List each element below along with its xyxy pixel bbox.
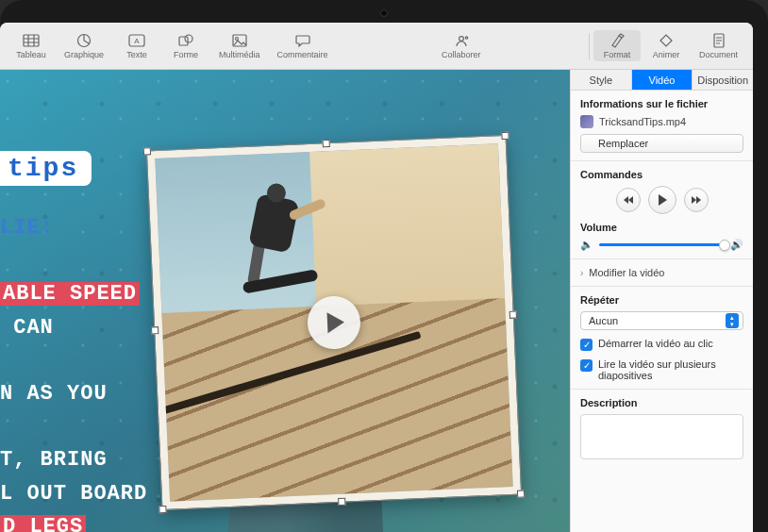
resize-handle[interactable] [323,140,330,147]
toolbar: Tableau Graphique A Texte Forme [0,23,753,70]
movie-file-icon [580,115,593,128]
toolbar-label: Forme [174,50,198,59]
table-icon [21,32,42,49]
toolbar-commentaire[interactable]: Commentaire [270,30,336,61]
description-title: Description [580,397,743,408]
tab-video[interactable]: Vidéo [632,70,693,90]
toolbar-tableau[interactable]: Tableau [8,30,55,61]
svg-point-11 [235,38,238,41]
volume-low-icon: 🔈 [580,239,593,251]
play-button[interactable] [648,186,676,214]
repeat-select[interactable]: Aucun ▴▾ [580,311,743,330]
format-icon [607,32,627,49]
toolbar-divider [589,33,590,59]
playback-controls [580,186,743,214]
laptop-camera [380,9,388,17]
toolbar-label: Document [699,50,738,59]
inspector-tabs: Style Vidéo Disposition [571,70,753,91]
slide-text-line: ABLE SPEED [0,277,147,310]
start-on-click-checkbox[interactable]: ✓ Démarrer la vidéo au clic [580,338,743,351]
resize-handle[interactable] [501,132,509,140]
media-icon [229,32,250,49]
toolbar-label: Texte [126,50,147,59]
volume-slider[interactable] [599,243,725,246]
volume-title: Volume [580,222,743,233]
description-section: Description [571,390,753,467]
tips-heading-pill: tips [0,151,92,186]
checkbox-checked-icon: ✓ [580,339,593,351]
slide-text-line [0,344,147,377]
toolbar-label: Animer [653,50,680,59]
resize-handle[interactable] [159,506,166,513]
toolbar-document[interactable]: Document [692,30,745,61]
start-on-click-label: Démarrer la vidéo au clic [598,338,713,349]
svg-point-12 [459,37,463,42]
slide-text-line: LIE: [0,211,147,244]
slide-text-line: L OUT BOARD [0,477,147,510]
file-info-title: Informations sur le fichier [580,98,743,109]
keynote-window: Tableau Graphique A Texte Forme [0,23,753,532]
description-textarea[interactable] [580,414,743,459]
svg-point-9 [185,35,192,42]
commands-section: Commandes Volume 🔈 [571,161,753,259]
toolbar-label: Collaborer [442,50,481,59]
checkbox-checked-icon: ✓ [580,359,593,372]
resize-handle[interactable] [338,498,345,506]
slide-text-line [0,244,147,277]
document-icon [709,32,729,49]
volume-row: 🔈 🔊 [580,239,743,251]
file-row: TricksandTips.mp4 [580,115,743,128]
slide-canvas[interactable]: tips LIE: ABLE SPEED CAN N AS YOU T, BRI… [0,70,570,532]
toolbar-collaborer[interactable]: Collaborer [434,30,489,61]
file-info-section: Informations sur le fichier TricksandTip… [571,91,753,161]
svg-point-13 [465,37,467,39]
animate-icon [656,32,676,49]
resize-handle[interactable] [143,147,151,155]
tab-disposition[interactable]: Disposition [693,70,753,90]
chart-icon [74,32,94,49]
edit-video-section: › Modifier la vidéo [571,259,753,287]
edit-video-label: Modifier la vidéo [589,267,664,278]
collaborate-icon [451,32,472,49]
play-across-slides-checkbox[interactable]: ✓ Lire la vidéo sur plusieurs diapositiv… [580,358,743,381]
svg-text:A: A [134,37,140,45]
toolbar-texte[interactable]: A Texte [113,30,160,61]
video-thumbnail [155,143,513,502]
slider-thumb[interactable] [719,240,730,251]
slide-text-line [0,410,147,443]
commands-title: Commandes [580,169,743,180]
toolbar-format[interactable]: Format [593,30,641,61]
slide-text-line: T, BRING [0,443,147,476]
resize-handle[interactable] [517,490,525,497]
resize-handle[interactable] [509,311,517,319]
toolbar-label: Tableau [16,50,46,59]
select-stepper-icon: ▴▾ [726,313,739,328]
replace-button[interactable]: Remplacer [580,134,743,153]
toolbar-animer[interactable]: Animer [643,30,690,61]
rewind-button[interactable] [616,188,641,212]
forward-button[interactable] [684,188,709,212]
toolbar-label: Multimédia [219,50,260,59]
toolbar-label: Commentaire [277,50,328,59]
edit-video-disclosure[interactable]: › Modifier la vidéo [580,261,743,284]
slide-text-line: N AS YOU [0,377,147,410]
slide-body-text: LIE: ABLE SPEED CAN N AS YOU T, BRINGL O… [0,211,147,532]
repeat-value: Aucun [589,315,618,326]
video-frame[interactable] [147,136,521,509]
resize-handle[interactable] [151,326,159,334]
comment-icon [292,32,313,49]
slide-text-line: D LEGS [0,510,147,532]
tab-style[interactable]: Style [571,70,632,90]
shape-icon [175,32,196,49]
filename: TricksandTips.mp4 [599,116,686,127]
toolbar-graphique[interactable]: Graphique [57,30,111,61]
play-across-slides-label: Lire la vidéo sur plusieurs diapositives [598,358,743,381]
svg-rect-0 [24,35,39,46]
toolbar-label: Format [604,50,631,59]
toolbar-forme[interactable]: Forme [162,30,209,61]
repeat-section: Répéter Aucun ▴▾ ✓ Démarrer la vidéo au … [571,287,753,390]
repeat-title: Répéter [580,294,743,306]
inspector-panel: Style Vidéo Disposition Informations sur… [570,70,753,532]
slide-text-line: CAN [0,311,147,344]
toolbar-multimedia[interactable]: Multimédia [211,30,268,61]
